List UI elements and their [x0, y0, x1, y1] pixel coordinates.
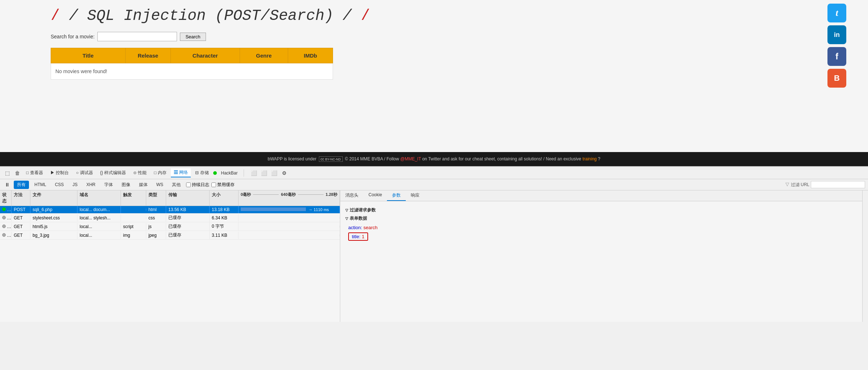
- toolbar-sep-1: [244, 169, 244, 177]
- filter-css-btn[interactable]: CSS: [52, 181, 67, 188]
- dt-style-btn[interactable]: {} 样式编辑器: [97, 169, 129, 177]
- facebook-icon[interactable]: f: [827, 47, 846, 66]
- nr-method-1: POST: [12, 206, 30, 213]
- filter-all-btn[interactable]: 所有: [14, 181, 29, 189]
- nr-domain-4: local...: [77, 232, 121, 239]
- network-row-4[interactable]: 200 GET bg_3.jpg local... img jpeg 已缓存 3…: [0, 231, 340, 240]
- detail-tab-response[interactable]: 响应: [406, 190, 425, 201]
- param-title-value: 1: [362, 234, 364, 239]
- dt-debugger-btn[interactable]: ○ 调试器: [73, 169, 96, 177]
- persist-log-checkbox-wrap: 持续日志: [186, 182, 209, 188]
- footer-text-after-cc: © 2014 MME BVBA / Follow: [345, 156, 399, 161]
- footer-text-middle: on Twitter and ask for our cheat sheet, …: [422, 156, 581, 161]
- footer-text-end: ?: [598, 156, 601, 161]
- filter-xhr-btn[interactable]: XHR: [83, 181, 98, 188]
- detail-content: ▽ 过滤请求参数 ▽ 表单数据 action: search title: 1: [340, 201, 862, 322]
- dt-hackbar-btn[interactable]: HackBar: [218, 169, 241, 177]
- nr-status-3: 200: [0, 223, 12, 230]
- filter-request-section-title[interactable]: ▽ 过滤请求参数: [345, 207, 857, 213]
- filter-other-btn[interactable]: 其他: [169, 181, 184, 189]
- nr-timeline-4: [239, 234, 340, 236]
- devtools-filter-bar: ⏸ 所有 HTML CSS JS XHR 字体 图像 媒体 WS 其他 持续日志…: [0, 179, 868, 190]
- disable-cache-checkbox[interactable]: [211, 182, 216, 187]
- nr-file-1: sqli_6.php: [30, 206, 77, 213]
- network-row-3[interactable]: 200 GET html5.js local... script js 已缓存 …: [0, 222, 340, 231]
- nh-size: 大小: [210, 190, 239, 206]
- devtools: ⬚ 🗑 □ 查看器 ▶ 控制台 ○ 调试器 {} 样式编辑器 ⊙ 性能 □ 内存…: [0, 166, 868, 322]
- form-data-section-title[interactable]: ▽ 表单数据: [345, 215, 857, 222]
- twitter-handle-link[interactable]: @MME_IT: [400, 156, 421, 161]
- training-link[interactable]: training: [582, 156, 597, 161]
- nh-cause: 触发: [121, 190, 146, 206]
- filter-url-box: ▽ 过滤 URL: [785, 181, 865, 188]
- nr-type-4: jpeg: [146, 232, 166, 239]
- filter-font-btn[interactable]: 字体: [101, 181, 116, 189]
- dt-viewer-btn[interactable]: □ 查看器: [23, 169, 46, 177]
- timeline-bar-1: [241, 207, 306, 211]
- nr-file-4: bg_3.jpg: [30, 232, 77, 239]
- empty-message: No movies were found!: [51, 63, 333, 80]
- nh-timeline: 0毫秒 640毫秒 1.28秒: [239, 190, 340, 206]
- col-release: Release: [125, 48, 171, 63]
- dt-pause-icon[interactable]: ⏸: [3, 180, 12, 189]
- linkedin-icon[interactable]: in: [827, 25, 846, 44]
- nr-cause-4: img: [121, 232, 146, 239]
- dt-storage-btn[interactable]: ⊟ 存储: [192, 169, 211, 177]
- devtools-toolbar: ⬚ 🗑 □ 查看器 ▶ 控制台 ○ 调试器 {} 样式编辑器 ⊙ 性能 □ 内存…: [0, 167, 868, 179]
- nh-file: 文件: [30, 190, 77, 206]
- results-table: Title Release Character Genre IMDb No mo…: [51, 48, 333, 80]
- network-row-2[interactable]: 200 GET stylesheet.css local... stylesh.…: [0, 214, 340, 222]
- nr-timeline-2: [239, 217, 340, 219]
- dt-trash-icon[interactable]: 🗑: [13, 169, 22, 177]
- filter-media-btn[interactable]: 媒体: [136, 181, 151, 189]
- dt-memory-btn[interactable]: □ 内存: [151, 169, 169, 177]
- dt-dock-right-icon[interactable]: ⬜: [250, 169, 258, 177]
- dt-inspect-icon[interactable]: ⬚: [3, 169, 12, 177]
- detail-tab-headers[interactable]: 消息头: [340, 190, 363, 201]
- nr-size-4: 3.11 KB: [210, 232, 239, 239]
- filter-image-btn[interactable]: 图像: [118, 181, 134, 189]
- nh-transfer: 传输: [166, 190, 210, 206]
- dt-console-btn[interactable]: ▶ 控制台: [47, 169, 72, 177]
- filter-html-btn[interactable]: HTML: [31, 181, 50, 188]
- nr-timeline-3: [239, 226, 340, 228]
- filter-url-input[interactable]: [811, 181, 865, 188]
- col-imdb: IMDb: [288, 48, 333, 63]
- detail-scrollbar[interactable]: [862, 190, 868, 322]
- nr-domain-1: local... docum...: [77, 206, 121, 213]
- filter-ws-btn[interactable]: WS: [153, 181, 167, 188]
- table-empty-row: No movies were found!: [51, 63, 333, 80]
- search-input[interactable]: [97, 32, 177, 41]
- col-character: Character: [171, 48, 240, 63]
- detail-tabs: 消息头 Cookie 参数 响应: [340, 190, 862, 201]
- dt-separate-window-icon[interactable]: ⬜: [270, 169, 279, 177]
- network-rows: 200 POST sqli_6.php local... docum... ht…: [0, 206, 340, 322]
- social-icons: t in f B: [827, 4, 846, 88]
- devtools-columns: 状态 方法 文件 域名 触发 类型 传输 大小 0毫秒 640毫秒 1.28秒: [0, 190, 868, 322]
- search-button[interactable]: Search: [180, 33, 206, 41]
- persist-log-checkbox[interactable]: [186, 182, 191, 187]
- nr-file-2: stylesheet.css: [30, 214, 77, 222]
- dt-perf-btn[interactable]: ⊙ 性能: [130, 169, 149, 177]
- nh-status: 状态: [0, 190, 12, 206]
- search-label: Search for a movie:: [51, 34, 94, 39]
- nr-domain-2: local... stylesh...: [77, 214, 121, 222]
- nr-transfer-3: 已缓存: [166, 222, 210, 231]
- detail-tab-cookie[interactable]: Cookie: [363, 190, 387, 201]
- filter-js-btn[interactable]: JS: [69, 181, 81, 188]
- dt-dock-bottom-icon[interactable]: ⬜: [260, 169, 269, 177]
- nh-method: 方法: [12, 190, 30, 206]
- col-genre: Genre: [240, 48, 288, 63]
- nr-method-3: GET: [12, 223, 30, 230]
- blogger-icon[interactable]: B: [827, 69, 846, 88]
- detail-tab-params[interactable]: 参数: [387, 190, 406, 201]
- nr-method-4: GET: [12, 232, 30, 239]
- twitter-icon[interactable]: t: [827, 4, 846, 22]
- network-row-1[interactable]: 200 POST sqli_6.php local... docum... ht…: [0, 206, 340, 214]
- dt-network-btn[interactable]: ☰ 网络: [171, 168, 191, 177]
- nr-status-4: 200: [0, 232, 12, 239]
- devtools-right-icons: ⬜ ⬜ ⬜ ⚙: [250, 169, 289, 177]
- page-title: / / SQL Injection (POST/Search) / /: [51, 7, 817, 25]
- dt-settings-icon[interactable]: ⚙: [280, 169, 289, 177]
- status-dot-3: [2, 224, 6, 228]
